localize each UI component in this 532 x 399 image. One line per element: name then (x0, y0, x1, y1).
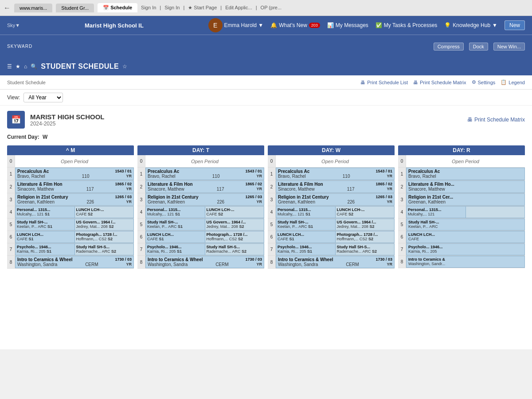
compound-block-T-6[interactable]: LUNCH LCH...CAFE S1Photograph... 1728 /.… (145, 231, 264, 243)
partial-block-R-7[interactable]: Psycholo... 1946...Karnia, Ri... 205 (406, 243, 525, 255)
browser-signin1[interactable]: Sign In (141, 5, 156, 11)
compound-block-M-4[interactable]: Personal... 1315...Mulcahy,... 121 S1LUN… (15, 206, 134, 218)
class-block-T-2[interactable]: Literature & Film Hon1865 / 02Sinacore, … (145, 180, 264, 193)
favorites-icon[interactable]: ★ (16, 63, 20, 70)
home-icon[interactable]: ⌂ (24, 63, 27, 70)
browser-editapplic[interactable]: Edit Applic... (225, 5, 252, 11)
class-block-T-8[interactable]: Intro to Ceramics & Wheel1730 / 03Washin… (145, 256, 264, 268)
top-bar-right: E Emma Harold ▼ 🔔 What's New 203 📊 My Me… (208, 18, 525, 32)
compound-block-W-4[interactable]: Personal... 1315...Mulcahy,... 121 S1LUN… (276, 206, 395, 218)
whats-new-section[interactable]: 🔔 What's New 203 (270, 22, 320, 28)
partial-block-R-8[interactable]: Intro to Ceramics &Washington, Sandr... (406, 256, 525, 268)
compound-block-M-6[interactable]: LUNCH LCH...CAFE S1Photograph... 1728 /.… (15, 231, 134, 243)
user-name: Emma Harold ▼ (224, 22, 264, 28)
period-num-M-1: 1 (7, 168, 15, 180)
print-schedule-matrix-btn[interactable]: 🖶 Print Schedule Matrix (413, 80, 466, 85)
compound-block-T-5[interactable]: Study Hall SH-...Keelan, P... ARC S1US G… (145, 219, 264, 231)
period-row-T-4: 4Personal... 1315...Mulcahy,... 121 S1LU… (137, 206, 264, 219)
browser-tab-studentgr[interactable]: Student Gr... (56, 4, 94, 12)
browser-tab-maris[interactable]: www.maris... (14, 4, 52, 12)
menu-icon[interactable]: ☰ (7, 63, 12, 70)
period-row-M-2: 2Literature & Film Hon1865 / 02Sinacore,… (7, 180, 134, 193)
browser-back[interactable]: ← (4, 4, 11, 12)
compound-block-M-5[interactable]: Study Hall SH-...Keelan, P... ARC S1US G… (15, 219, 134, 231)
period-num-W-4: 4 (268, 206, 276, 218)
compound-block-T-7[interactable]: Psycholo... 1946...Karnia, Ri... 205 S1S… (145, 243, 264, 255)
print-matrix-top-icon: 🖶 (467, 117, 473, 123)
period-row-W-4: 4Personal... 1315...Mulcahy,... 121 S1LU… (268, 206, 395, 219)
messages-section[interactable]: 📊 My Messages (327, 22, 368, 28)
class-block-M-2[interactable]: Literature & Film Hon1865 / 02Sinacore, … (15, 180, 134, 193)
browser-startpage[interactable]: ★ Start Page (188, 5, 217, 11)
tasks-label: My Tasks & Processes (384, 22, 437, 28)
school-name: MARIST HIGH SCHOOL (30, 113, 105, 121)
compound-block-W-7[interactable]: Psycholo... 1946...Karnia, Ri... 205 S1S… (276, 243, 395, 255)
browser-tab-schedule[interactable]: 📅 Schedule (98, 3, 137, 12)
period-row-W-1: 1Precalculus Ac1543 / 01Bravo, Rachel110… (268, 168, 395, 180)
browser-bar: ← www.maris... Student Gr... 📅 Schedule … (0, 0, 532, 16)
knowledge-label: Knowledge Hub (453, 22, 490, 28)
new-window-button[interactable]: New Win... (493, 43, 525, 51)
browser-op[interactable]: OP (pre... (261, 5, 282, 11)
new-button[interactable]: New (505, 20, 525, 30)
period-num-T-5: 5 (137, 219, 145, 231)
period-num-M-8: 8 (7, 256, 15, 268)
period-row-W-8: 8Intro to Ceramics & Wheel1730 / 03Washi… (268, 256, 395, 269)
class-block-W-1[interactable]: Precalculus Ac1543 / 01Bravo, Rachel110Y… (276, 168, 395, 180)
period-row-R-7: 7Psycholo... 1946...Karnia, Ri... 205 (398, 243, 525, 256)
school-header: 📅 MARIST HIGH SCHOOL 2024-2025 🖶 Print S… (7, 111, 525, 129)
breadcrumb: Student Schedule (7, 80, 46, 85)
day-header-M: ^ M (7, 145, 134, 155)
period-row-R-5: 5Study Hall SH-...Keelan, P... ARC (398, 219, 525, 231)
dock-button[interactable]: Dock (469, 43, 488, 51)
knowledge-section[interactable]: 💡 Knowledge Hub ▼ (444, 22, 497, 28)
open-period-R-0: Open Period (406, 155, 525, 167)
search-icon[interactable]: 🔍 (31, 63, 37, 70)
nav-bar-right: Compress Dock New Win... (434, 43, 525, 51)
compound-block-W-6[interactable]: LUNCH LCH...CAFE S1Photograph... 1728 /.… (276, 231, 395, 243)
partial-block-R-5[interactable]: Study Hall SH-...Keelan, P... ARC (406, 219, 525, 231)
period-row-M-8: 8Intro to Ceramics & Wheel1730 / 03Washi… (7, 256, 134, 269)
period-row-T-1: 1Precalculus Ac1543 / 01Bravo, Rachel110… (137, 168, 264, 180)
nav-bar: SKYWARD Compress Dock New Win... (0, 35, 532, 58)
period-num-M-5: 5 (7, 219, 15, 231)
class-block-R-1[interactable]: Precalculus AcBravo, Rachel (406, 168, 525, 180)
breadcrumb-actions: 🖶 Print Schedule List 🖶 Print Schedule M… (360, 79, 525, 85)
messages-label: My Messages (336, 22, 368, 28)
tasks-section[interactable]: ✅ My Tasks & Processes (376, 22, 437, 28)
period-row-M-0: 0Open Period (7, 155, 134, 168)
compound-block-T-4[interactable]: Personal... 1315...Mulcahy,... 121 S1LUN… (145, 206, 264, 218)
period-row-R-8: 8Intro to Ceramics &Washington, Sandr... (398, 256, 525, 268)
class-block-W-8[interactable]: Intro to Ceramics & Wheel1730 / 03Washin… (276, 256, 395, 268)
partial-block-R-6[interactable]: LUNCH LCH...CAFE (406, 231, 525, 243)
compound-block-W-5[interactable]: Study Hall SH-...Keelan, P... ARC S1US G… (276, 219, 395, 231)
school-info: MARIST HIGH SCHOOL 2024-2025 (30, 113, 105, 127)
print-schedule-list-btn[interactable]: 🖶 Print Schedule List (360, 80, 408, 85)
class-block-W-2[interactable]: Literature & Film Hon1865 / 02Sinacore, … (276, 180, 395, 193)
period-row-W-0: 0Open Period (268, 155, 395, 168)
day-column-W: DAY: W0Open Period1Precalculus Ac1543 / … (268, 145, 395, 269)
compound-block-R-4[interactable]: Personal... 1315...Mulcahy,... 121 (406, 206, 525, 218)
print-matrix-top-btn[interactable]: 🖶 Print Schedule Matrix (467, 117, 525, 123)
toolbar-left: ☰ ★ ⌂ 🔍 STUDENT SCHEDULE ☆ (7, 63, 127, 70)
class-block-W-3[interactable]: Religion in 21st Century1265 / 03Greenan… (276, 193, 395, 206)
view-select[interactable]: All Year (23, 93, 63, 102)
class-block-M-3[interactable]: Religion in 21st Century1265 / 03Greenan… (15, 193, 134, 206)
class-block-M-1[interactable]: Precalculus Ac1543 / 01Bravo, Rachel110Y… (15, 168, 134, 180)
class-block-R-3[interactable]: Religion in 21st Cer...Greenan, Kathleen (406, 193, 525, 206)
period-row-T-2: 2Literature & Film Hon1865 / 02Sinacore,… (137, 180, 264, 193)
period-num-T-7: 7 (137, 243, 145, 255)
compress-button[interactable]: Compress (434, 43, 464, 51)
compound-block-M-7[interactable]: Psycholo... 1946...Karnia, Ri... 205 S1S… (15, 243, 134, 255)
legend-btn[interactable]: 📋 Legend (501, 79, 525, 85)
class-block-R-2[interactable]: Literature & Film Ho...Sinacore, Matthew (406, 180, 525, 193)
favorite-star-icon[interactable]: ☆ (122, 63, 127, 70)
settings-btn[interactable]: ⚙ Settings (472, 79, 496, 85)
period-row-M-5: 5Study Hall SH-...Keelan, P... ARC S1US … (7, 219, 134, 231)
class-block-M-8[interactable]: Intro to Ceramics & Wheel1730 / 03Washin… (15, 256, 134, 268)
class-block-T-1[interactable]: Precalculus Ac1543 / 01Bravo, Rachel110Y… (145, 168, 264, 180)
browser-signin2[interactable]: Sign In (164, 5, 180, 11)
period-row-T-3: 3Religion in 21st Century1265 / 03Greena… (137, 193, 264, 206)
class-block-T-3[interactable]: Religion in 21st Century1265 / 03Greenan… (145, 193, 264, 206)
user-section[interactable]: E Emma Harold ▼ (208, 18, 264, 32)
